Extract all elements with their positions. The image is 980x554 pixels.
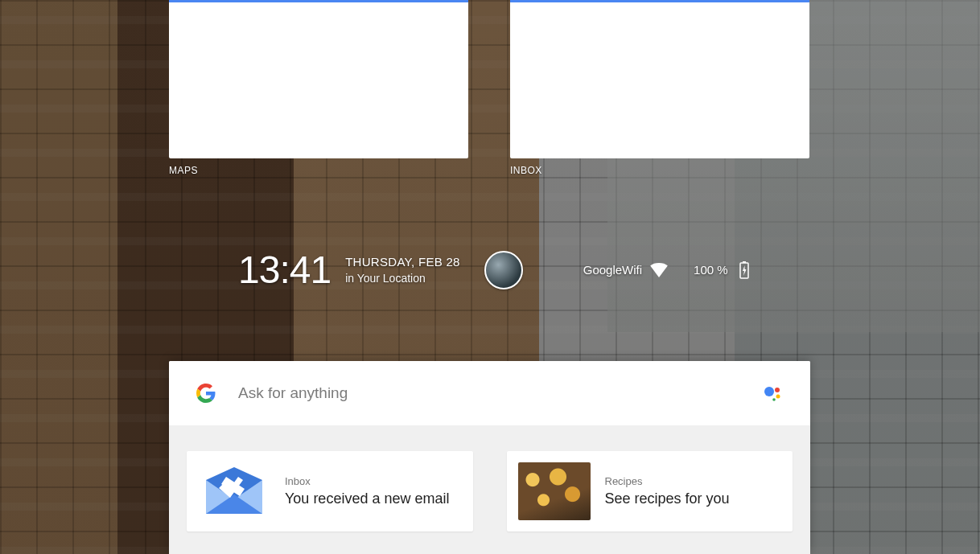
battery-status[interactable]: 100 %: [694, 261, 749, 279]
widget-inbox-label: INBOX: [510, 165, 809, 176]
widget-inbox[interactable]: [510, 0, 809, 158]
search-input[interactable]: [238, 384, 762, 402]
battery-charging-icon: [739, 261, 749, 279]
google-logo-icon: [196, 384, 216, 403]
battery-percent: 100 %: [694, 263, 728, 277]
feed-card-inbox[interactable]: Inbox You received a new email: [187, 451, 473, 531]
bottom-panel: Inbox You received a new email Recipes S…: [169, 361, 810, 554]
wifi-icon: [650, 263, 668, 277]
feed-card-body: You received a new email: [285, 490, 449, 507]
feed-card-body: See recipes for you: [605, 490, 730, 507]
feed-cards-row: Inbox You received a new email Recipes S…: [169, 425, 810, 554]
search-bar[interactable]: [169, 361, 810, 425]
svg-point-4: [776, 395, 780, 399]
widget-inbox-wrapper: INBOX: [510, 0, 809, 176]
wifi-status[interactable]: GoogleWifi: [583, 263, 668, 277]
feed-card-recipes[interactable]: Recipes See recipes for you: [507, 451, 793, 531]
status-right: GoogleWifi 100 %: [583, 261, 749, 279]
recipe-thumbnail: [518, 462, 591, 520]
clock-location: in Your Location: [345, 272, 460, 285]
clock-block: 13:41 THURSDAY, FEB 28 in Your Location: [238, 248, 460, 292]
feed-card-label: Recipes: [605, 475, 730, 487]
inbox-icon: [198, 462, 270, 520]
top-widgets-row: MAPS INBOX: [169, 0, 809, 176]
status-row: 13:41 THURSDAY, FEB 28 in Your Location …: [0, 248, 980, 292]
clock-time: 13:41: [238, 248, 331, 292]
avatar[interactable]: [484, 251, 523, 289]
feed-card-label: Inbox: [285, 475, 449, 487]
svg-point-3: [775, 388, 780, 392]
widget-maps[interactable]: [169, 0, 468, 158]
svg-point-5: [772, 398, 776, 401]
wifi-name: GoogleWifi: [583, 263, 642, 277]
assistant-icon[interactable]: [762, 383, 783, 404]
clock-date: THURSDAY, FEB 28: [345, 255, 460, 269]
svg-point-2: [764, 387, 774, 396]
widget-maps-wrapper: MAPS: [169, 0, 468, 176]
widget-maps-label: MAPS: [169, 165, 468, 176]
